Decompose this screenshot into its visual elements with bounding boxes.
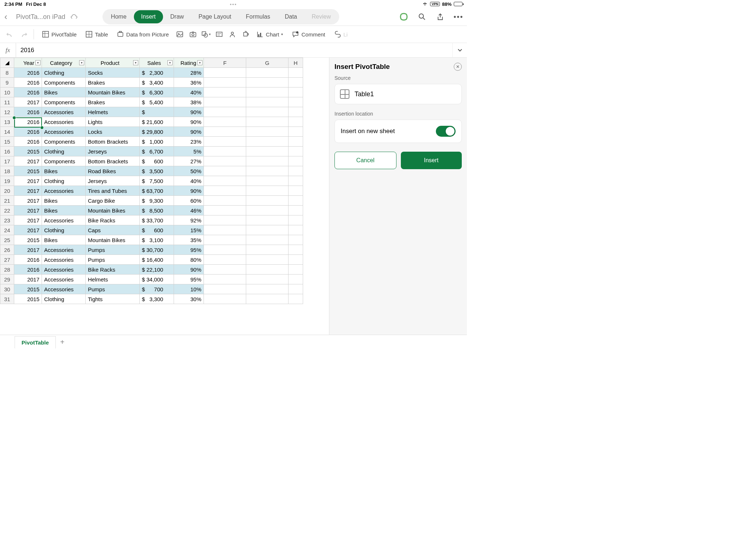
tab-draw[interactable]: Draw xyxy=(163,10,191,23)
cell-empty[interactable] xyxy=(204,196,246,206)
row-header[interactable]: 14 xyxy=(0,127,14,137)
cell-empty[interactable] xyxy=(246,196,289,206)
tab-insert[interactable]: Insert xyxy=(134,10,163,23)
cancel-button[interactable]: Cancel xyxy=(334,152,396,169)
comment-button[interactable]: + Comment xyxy=(288,28,329,40)
select-all-corner[interactable]: ◢ xyxy=(0,58,14,68)
cell-product[interactable]: Road Bikes xyxy=(86,166,140,176)
cell-category[interactable]: Clothing xyxy=(42,68,86,78)
cell-empty[interactable] xyxy=(289,225,303,235)
cell-empty[interactable] xyxy=(289,265,303,275)
redo-button[interactable] xyxy=(18,28,29,40)
cell-year[interactable]: 2015 xyxy=(14,166,42,176)
cell-rating[interactable]: 40% xyxy=(174,176,204,186)
filter-sales-icon[interactable]: ▼ xyxy=(167,60,173,65)
cell-empty[interactable] xyxy=(204,176,246,186)
cell-year[interactable]: 2015 xyxy=(14,235,42,245)
cell-product[interactable]: Locks xyxy=(86,127,140,137)
cell-category[interactable]: Clothing xyxy=(42,225,86,235)
row-header[interactable]: 23 xyxy=(0,215,14,225)
cell-product[interactable]: Helmets xyxy=(86,107,140,117)
cell-empty[interactable] xyxy=(289,127,303,137)
cell-category[interactable]: Bikes xyxy=(42,166,86,176)
row-header[interactable]: 29 xyxy=(0,275,14,284)
row-header[interactable]: 11 xyxy=(0,97,14,107)
filter-category-icon[interactable]: ▼ xyxy=(79,60,84,65)
cell-empty[interactable] xyxy=(246,176,289,186)
cell-product[interactable]: Bottom Brackets xyxy=(86,156,140,166)
cell-product[interactable]: Helmets xyxy=(86,275,140,284)
cell-sales[interactable]: $ 6,300 xyxy=(140,88,174,97)
cell-empty[interactable] xyxy=(246,147,289,156)
search-icon[interactable] xyxy=(418,13,426,21)
undo-button[interactable] xyxy=(4,28,16,40)
cell-sales[interactable]: $ 7,500 xyxy=(140,176,174,186)
cell-rating[interactable]: 35% xyxy=(174,235,204,245)
people-button[interactable] xyxy=(227,28,238,40)
cell-sales[interactable]: $ 600 xyxy=(140,156,174,166)
cell-year[interactable]: 2016 xyxy=(14,127,42,137)
cell-empty[interactable] xyxy=(289,255,303,265)
column-g[interactable]: G xyxy=(246,58,289,68)
cell-category[interactable]: Accessories xyxy=(42,245,86,255)
column-f[interactable]: F xyxy=(204,58,246,68)
filter-year-icon[interactable]: ▼ xyxy=(35,60,40,65)
cell-category[interactable]: Clothing xyxy=(42,176,86,186)
cell-product[interactable]: Tires and Tubes xyxy=(86,186,140,196)
cell-year[interactable]: 2016 xyxy=(14,78,42,88)
row-header[interactable]: 28 xyxy=(0,265,14,275)
cell-empty[interactable] xyxy=(246,88,289,97)
cell-empty[interactable] xyxy=(246,235,289,245)
row-header[interactable]: 31 xyxy=(0,294,14,304)
cell-year[interactable]: 2017 xyxy=(14,245,42,255)
cell-empty[interactable] xyxy=(289,117,303,127)
cloud-sync-icon[interactable] xyxy=(70,14,78,20)
cell-empty[interactable] xyxy=(246,215,289,225)
cell-category[interactable]: Accessories xyxy=(42,107,86,117)
cell-year[interactable]: 2016 xyxy=(14,255,42,265)
cell-empty[interactable] xyxy=(289,196,303,206)
cell-rating[interactable]: 90% xyxy=(174,117,204,127)
insert-button[interactable]: Insert xyxy=(401,152,462,169)
cell-empty[interactable] xyxy=(246,107,289,117)
cell-empty[interactable] xyxy=(289,275,303,284)
pivottable-button[interactable]: PivotTable xyxy=(38,28,80,40)
cell-year[interactable]: 2017 xyxy=(14,206,42,215)
cell-empty[interactable] xyxy=(289,107,303,117)
cell-sales[interactable]: $ 16,400 xyxy=(140,255,174,265)
cell-product[interactable]: Cargo Bike xyxy=(86,196,140,206)
cell-rating[interactable]: 10% xyxy=(174,284,204,294)
cell-sales[interactable]: $ 30,700 xyxy=(140,245,174,255)
cell-empty[interactable] xyxy=(289,294,303,304)
source-selector[interactable]: Table1 xyxy=(334,84,462,104)
cell-year[interactable]: 2017 xyxy=(14,156,42,166)
sheet-tab-pivottable[interactable]: PivotTable xyxy=(15,336,56,349)
header-product[interactable]: Product▼ xyxy=(86,58,140,68)
cell-year[interactable]: 2017 xyxy=(14,186,42,196)
cell-sales[interactable]: $ 63,700 xyxy=(140,186,174,196)
cell-sales[interactable]: $ 600 xyxy=(140,225,174,235)
cell-empty[interactable] xyxy=(246,275,289,284)
copilot-icon[interactable] xyxy=(400,13,408,21)
cell-sales[interactable]: $ 6,700 xyxy=(140,147,174,156)
cell-product[interactable]: Brakes xyxy=(86,97,140,107)
cell-rating[interactable]: 27% xyxy=(174,156,204,166)
cell-category[interactable]: Bikes xyxy=(42,206,86,215)
cell-empty[interactable] xyxy=(289,68,303,78)
cell-rating[interactable]: 5% xyxy=(174,147,204,156)
cell-year[interactable]: 2016 xyxy=(14,107,42,117)
cell-sales[interactable]: $ 34,000 xyxy=(140,275,174,284)
cell-year[interactable]: 2017 xyxy=(14,97,42,107)
shapes-button[interactable]: ▾ xyxy=(200,28,212,40)
chart-button[interactable]: Chart ▾ xyxy=(253,28,287,40)
cell-empty[interactable] xyxy=(204,147,246,156)
cell-year[interactable]: 2015 xyxy=(14,284,42,294)
cell-product[interactable]: Lights xyxy=(86,117,140,127)
row-header[interactable]: 12 xyxy=(0,107,14,117)
cell-rating[interactable]: 95% xyxy=(174,245,204,255)
formula-expand-button[interactable] xyxy=(452,43,467,57)
cell-empty[interactable] xyxy=(204,88,246,97)
cell-year[interactable]: 2017 xyxy=(14,215,42,225)
cell-year[interactable]: 2016 xyxy=(14,137,42,147)
cell-product[interactable]: Mountain Bikes xyxy=(86,206,140,215)
